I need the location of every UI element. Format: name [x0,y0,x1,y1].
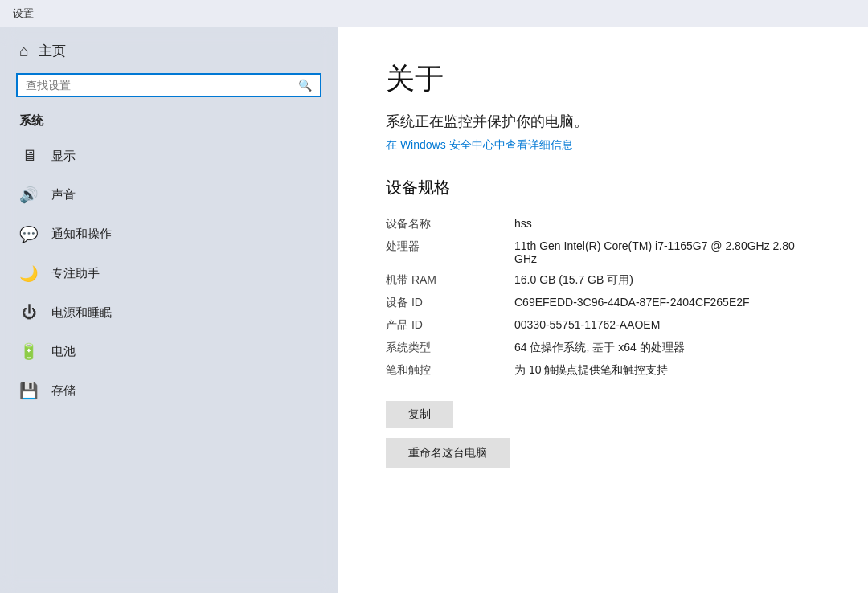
settings-title: 设置 [13,6,34,21]
sidebar-section-title: 系统 [0,108,338,137]
protection-status: 系统正在监控并保护你的电脑。 [386,112,820,131]
sidebar-item-focus[interactable]: 🌙 专注助手 [0,254,338,293]
sidebar-item-notifications-label: 通知和操作 [51,227,112,242]
spec-label: 设备名称 [386,213,514,235]
spec-label: 产品 ID [386,314,514,337]
storage-icon: 💾 [19,382,39,400]
sidebar-item-storage-label: 存储 [51,383,76,399]
sidebar-item-battery-label: 电池 [51,344,76,359]
sound-icon: 🔊 [19,186,39,204]
spec-label: 系统类型 [386,337,514,359]
main-layout: ⌂ 主页 🔍 系统 🖥 显示 🔊 声音 💬 通知和操作 🌙 专注助手 [0,27,868,593]
spec-label: 设备 ID [386,292,514,314]
spec-value: C69EFEDD-3C96-44DA-87EF-2404CF265E2F [514,292,820,314]
search-icon: 🔍 [298,79,312,92]
specs-table: 设备名称hss处理器11th Gen Intel(R) Core(TM) i7-… [386,213,820,382]
spec-value: 11th Gen Intel(R) Core(TM) i7-1165G7 @ 2… [514,235,820,269]
power-icon: ⏻ [19,304,39,321]
sidebar-item-sound-label: 声音 [51,187,76,202]
sidebar-item-sound[interactable]: 🔊 声音 [0,175,338,215]
spec-value: 为 10 触摸点提供笔和触控支持 [514,359,820,382]
table-row: 机带 RAM16.0 GB (15.7 GB 可用) [386,269,820,292]
table-row: 设备 IDC69EFEDD-3C96-44DA-87EF-2404CF265E2… [386,292,820,314]
specs-title: 设备规格 [386,177,820,198]
spec-value: 16.0 GB (15.7 GB 可用) [514,269,820,292]
page-title: 关于 [386,59,820,99]
sidebar-item-notifications[interactable]: 💬 通知和操作 [0,215,338,254]
sidebar-item-power[interactable]: ⏻ 电源和睡眠 [0,293,338,332]
sidebar-item-display-label: 显示 [51,149,76,164]
security-center-link[interactable]: 在 Windows 安全中心中查看详细信息 [386,138,573,153]
spec-value: 64 位操作系统, 基于 x64 的处理器 [514,337,820,359]
focus-icon: 🌙 [19,264,39,283]
rename-button[interactable]: 重命名这台电脑 [386,438,510,468]
sidebar-item-storage[interactable]: 💾 存储 [0,371,338,411]
home-label: 主页 [39,42,66,60]
spec-value: hss [514,213,820,235]
table-row: 设备名称hss [386,213,820,235]
sidebar-item-battery[interactable]: 🔋 电池 [0,332,338,371]
spec-label: 笔和触控 [386,359,514,382]
specs-section: 设备规格 设备名称hss处理器11th Gen Intel(R) Core(TM… [386,177,820,382]
search-box-wrap: 🔍 [0,68,338,108]
table-row: 产品 ID00330-55751-11762-AAOEM [386,314,820,337]
sidebar-item-home[interactable]: ⌂ 主页 [0,27,338,68]
search-box[interactable]: 🔍 [16,73,321,97]
home-icon: ⌂ [19,42,29,60]
spec-label: 机带 RAM [386,269,514,292]
copy-button[interactable]: 复制 [386,401,453,428]
search-input[interactable] [26,79,293,92]
spec-label: 处理器 [386,235,514,269]
battery-icon: 🔋 [19,342,39,361]
table-row: 处理器11th Gen Intel(R) Core(TM) i7-1165G7 … [386,235,820,269]
notifications-icon: 💬 [19,225,39,243]
display-icon: 🖥 [19,147,39,165]
sidebar: ⌂ 主页 🔍 系统 🖥 显示 🔊 声音 💬 通知和操作 🌙 专注助手 [0,27,338,593]
spec-value: 00330-55751-11762-AAOEM [514,314,820,337]
content-area: 关于 系统正在监控并保护你的电脑。 在 Windows 安全中心中查看详细信息 … [338,27,868,593]
sidebar-item-focus-label: 专注助手 [51,266,100,281]
sidebar-item-power-label: 电源和睡眠 [51,305,112,321]
top-bar: 设置 [0,0,868,27]
table-row: 笔和触控为 10 触摸点提供笔和触控支持 [386,359,820,382]
sidebar-item-display[interactable]: 🖥 显示 [0,137,338,175]
table-row: 系统类型64 位操作系统, 基于 x64 的处理器 [386,337,820,359]
